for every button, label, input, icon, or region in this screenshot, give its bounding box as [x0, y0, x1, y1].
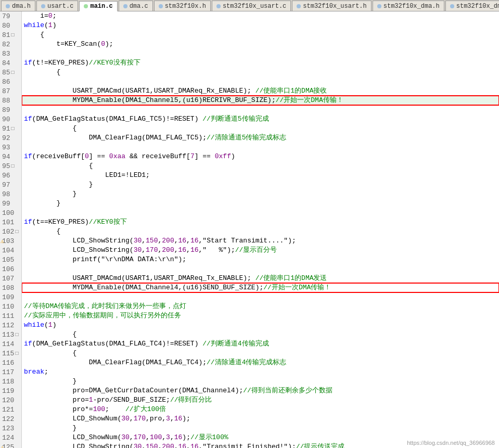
code-line-83 — [22, 49, 499, 58]
line-number-91: 91□ — [0, 124, 21, 133]
line-num-text: 112 — [2, 322, 14, 329]
warning-icon: ⚠ — [1, 444, 4, 449]
code-line-105: printf("\r\nDMA DATA:\r\n"); — [22, 255, 499, 264]
code-line-107: USART_DMACmd(USART1,USART_DMAReq_Tx_ENAB… — [22, 274, 499, 283]
line-num-text: 85 — [2, 69, 10, 76]
fold-icon[interactable]: □ — [11, 126, 15, 132]
code-line-124: LCD_ShowNum(30,170,100,3,16);//显示100% — [22, 433, 499, 442]
tab-main_c[interactable]: main.c — [79, 1, 117, 11]
line-num-text: 93 — [2, 144, 10, 151]
fold-icon[interactable]: □ — [15, 351, 18, 356]
tab-dma_h[interactable]: dma.h — [1, 1, 35, 11]
line-number-108: 108 — [0, 283, 21, 292]
code-line-118: } — [22, 377, 499, 386]
line-num-text: 120 — [2, 396, 14, 404]
line-number-80: 80 — [0, 21, 21, 30]
code-line-100 — [22, 208, 499, 217]
tab-label: dma.h — [12, 3, 31, 10]
tab-icon — [297, 4, 301, 8]
code-line-120: pro=1-pro/SEND_BUF_SIZE;//得到百分比 — [22, 395, 499, 405]
fold-icon[interactable]: □ — [11, 163, 15, 169]
line-num-text: 119 — [2, 387, 14, 395]
tab-label: main.c — [90, 3, 112, 10]
line-number-98: 98 — [0, 189, 21, 199]
line-num-text: 83 — [2, 50, 10, 58]
code-line-121: pro*=100; //扩大100倍 — [22, 405, 499, 414]
line-number-116: 116 — [0, 358, 21, 367]
line-num-text: 89 — [2, 106, 10, 114]
line-number-79: 79 — [0, 11, 21, 21]
tab-stm32f10x_usart_c[interactable]: stm32f10x_usart.c — [212, 1, 291, 11]
line-num-text: 88 — [2, 97, 10, 105]
tab-stm32f10x_dma_c[interactable]: stm32f10x_dma.c — [445, 1, 499, 11]
tab-icon — [377, 4, 381, 8]
code-line-101: if(t==KEY0_PRES)//KEY0按下 — [22, 217, 499, 227]
line-number-119: 119 — [0, 386, 21, 395]
line-number-102: 102□ — [0, 227, 21, 236]
code-line-111: //实际应用中，传输数据期间，可以执行另外的任务 — [22, 311, 499, 321]
tab-stm32f10x_dma_h[interactable]: stm32f10x_dma.h — [373, 1, 444, 11]
code-line-86 — [22, 77, 499, 86]
line-number-96: 96 — [0, 171, 21, 180]
fold-icon[interactable]: □ — [11, 32, 15, 38]
line-number-103: ⚠103 — [0, 236, 21, 246]
line-num-text: 122 — [2, 415, 14, 423]
line-number-100: 100 — [0, 208, 21, 217]
line-num-text: 116 — [2, 359, 14, 367]
tab-stm32f10x_h[interactable]: stm32f10x.h — [154, 1, 211, 11]
code-line-97: } — [22, 180, 499, 189]
tab-icon — [216, 4, 221, 8]
line-number-87: 87 — [0, 86, 21, 96]
line-num-text: 108 — [2, 284, 14, 292]
line-num-text: 98 — [2, 190, 10, 198]
line-number-117: 117 — [0, 367, 21, 377]
code-line-98: } — [22, 189, 499, 199]
line-number-104: 104 — [0, 246, 21, 255]
editor-wrapper: i=0; while(1) { t=KEY_Scan(0); if(t!=KEY… — [22, 11, 499, 448]
line-number-125: ⚠125 — [0, 442, 21, 448]
line-number-90: 90 — [0, 114, 21, 124]
line-num-text: 105 — [2, 256, 14, 264]
code-line-117: break; — [22, 367, 499, 377]
line-number-83: 83 — [0, 49, 21, 58]
tab-label: stm32f10x_usart.c — [223, 3, 286, 10]
code-line-87: USART_DMACmd(USART1,USART_DMAReq_Rx_ENAB… — [22, 86, 499, 96]
tab-icon — [123, 4, 127, 8]
code-line-90: if(DMA_GetFlagStatus(DMA1_FLAG_TC5)!=RES… — [22, 114, 499, 124]
code-line-96: LED1=!LED1; — [22, 171, 499, 180]
line-num-text: 84 — [2, 59, 10, 67]
code-line-104: LCD_ShowString(30,170,200,16,16," %");//… — [22, 246, 499, 255]
line-numbers: 798081□82838485□868788899091□92939495□96… — [0, 11, 22, 448]
line-number-88: 88 — [0, 96, 21, 105]
code-line-106 — [22, 264, 499, 274]
editor-container: 798081□82838485□868788899091□92939495□96… — [0, 11, 499, 448]
line-num-text: 107 — [2, 275, 14, 283]
code-line-109 — [22, 292, 499, 302]
code-line-80: while(1) — [22, 21, 499, 30]
line-num-text: 91 — [2, 125, 10, 133]
code-rows: i=0; while(1) { t=KEY_Scan(0); if(t!=KEY… — [22, 11, 499, 448]
tab-bar: dma.husart.cmain.cdma.cstm32f10x.hstm32f… — [0, 0, 499, 11]
line-num-text: 90 — [2, 116, 10, 123]
fold-icon[interactable]: □ — [15, 332, 18, 338]
line-num-text: 111 — [2, 312, 14, 320]
tab-stm32f10x_usart_h[interactable]: stm32f10x_usart.h — [292, 1, 371, 11]
tab-dma_c[interactable]: dma.c — [119, 1, 153, 11]
line-number-86: 86 — [0, 77, 21, 86]
tab-label: dma.c — [130, 3, 148, 10]
line-num-text: 123 — [2, 425, 14, 432]
line-num-text: 101 — [2, 219, 14, 226]
line-number-95: 95□ — [0, 161, 21, 171]
line-number-93: 93 — [0, 143, 21, 152]
line-num-text: 104 — [2, 247, 14, 254]
line-num-text: 97 — [2, 181, 10, 189]
fold-icon[interactable]: □ — [11, 70, 15, 75]
code-line-91: { — [22, 124, 499, 133]
code-line-125: LCD_ShowString(30,150,200,16,16,"Transim… — [22, 442, 499, 448]
fold-icon[interactable]: □ — [15, 229, 18, 235]
line-number-124: 124 — [0, 433, 21, 442]
code-line-114: if(DMA_GetFlagStatus(DMA1_FLAG_TC4)!=RES… — [22, 339, 499, 349]
tab-usart_c[interactable]: usart.c — [36, 1, 78, 11]
tab-icon — [6, 4, 10, 8]
code-line-122: LCD_ShowNum(30,170,pro,3,16); — [22, 414, 499, 424]
